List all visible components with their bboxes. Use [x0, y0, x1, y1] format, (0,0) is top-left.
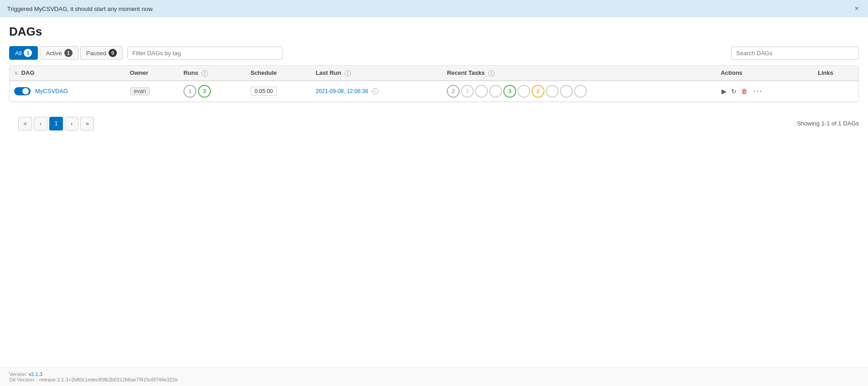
page-last-button[interactable]: »: [80, 117, 94, 130]
alert-message: Triggered MyCSVDAG, it should start any …: [7, 5, 154, 12]
task-badge-4[interactable]: 3: [503, 85, 516, 98]
page-next-button[interactable]: ›: [65, 117, 78, 130]
last-run-cell: 2021-09-08, 12:06:38 i: [311, 81, 443, 102]
alert-close-button[interactable]: ×: [853, 5, 861, 13]
task-badge-3[interactable]: [489, 85, 502, 98]
search-input[interactable]: [731, 47, 859, 60]
info-icon-run: i: [372, 88, 378, 94]
col-header-owner: Owner: [125, 66, 179, 81]
filter-tags-input[interactable]: [127, 47, 282, 60]
info-icon-runs: i: [202, 70, 208, 77]
actions-buttons: ▶ ↻ 🗑 ···: [721, 85, 809, 97]
trigger-button[interactable]: ▶: [721, 87, 727, 96]
task-badge-8[interactable]: [560, 85, 573, 98]
info-icon-last-run: i: [345, 70, 351, 77]
sort-icon-dag: ⇅: [14, 71, 19, 75]
dag-cell: MyCSVDAG: [10, 81, 125, 102]
pagination: « ‹ 1 › »: [9, 110, 103, 138]
task-badge-1[interactable]: 1: [461, 85, 474, 98]
tab-all[interactable]: All 1: [9, 46, 38, 60]
task-badge-7[interactable]: [546, 85, 559, 98]
tab-paused-badge: 0: [109, 49, 117, 57]
pagination-row: « ‹ 1 › » Showing 1-1 of 1 DAGs: [9, 102, 859, 145]
info-icon-recent-tasks: i: [488, 70, 495, 77]
recent-tasks-cell: 2 1 3 2: [442, 81, 716, 102]
run-badge-green[interactable]: 3: [198, 85, 211, 98]
showing-text: Showing 1-1 of 1 DAGs: [797, 120, 859, 127]
run-badge-gray[interactable]: 1: [183, 85, 196, 98]
schedule-badge: 0:05:00: [251, 87, 277, 96]
task-badge-2[interactable]: [475, 85, 488, 98]
dag-table-wrapper: ⇅ DAG Owner Runs i Schedule Last Run i R…: [9, 65, 859, 102]
task-badge-9[interactable]: [574, 85, 587, 98]
more-button[interactable]: ···: [751, 85, 764, 97]
last-run-content: 2021-09-08, 12:06:38 i: [316, 88, 438, 94]
schedule-cell: 0:05:00: [246, 81, 311, 102]
tab-all-badge: 1: [24, 49, 32, 57]
refresh-button[interactable]: ↻: [730, 87, 737, 96]
task-badge-0[interactable]: 2: [447, 85, 460, 98]
dag-table: ⇅ DAG Owner Runs i Schedule Last Run i R…: [10, 66, 858, 102]
task-badge-6[interactable]: 2: [532, 85, 544, 98]
col-header-links: Links: [813, 66, 858, 81]
toggle-track: [14, 87, 31, 95]
delete-button[interactable]: 🗑: [740, 87, 748, 96]
actions-cell: ▶ ↻ 🗑 ···: [716, 81, 813, 102]
col-header-last-run: Last Run i: [311, 66, 443, 81]
tab-paused[interactable]: Paused 0: [80, 46, 123, 60]
toolbar: All 1 Active 1 Paused 0: [9, 46, 859, 60]
page-first-button[interactable]: «: [18, 117, 32, 130]
filter-tabs: All 1 Active 1 Paused 0: [9, 46, 123, 60]
owner-cell: evan: [125, 81, 179, 102]
col-header-actions: Actions: [716, 66, 813, 81]
dag-name-link[interactable]: MyCSVDAG: [35, 88, 68, 94]
tab-paused-label: Paused: [86, 50, 106, 57]
col-header-schedule: Schedule: [246, 66, 311, 81]
task-badge-5[interactable]: [518, 85, 530, 98]
recent-tasks-badges: 2 1 3 2: [447, 85, 711, 98]
page-title: DAGs: [9, 25, 859, 39]
col-header-runs: Runs i: [179, 66, 246, 81]
runs-cell: 1 3: [179, 81, 246, 102]
col-header-dag: ⇅ DAG: [10, 66, 125, 81]
toggle-thumb: [22, 88, 29, 94]
tab-active-label: Active: [46, 50, 62, 57]
tab-active-badge: 1: [64, 49, 73, 57]
runs-badges: 1 3: [183, 85, 241, 98]
alert-banner: Triggered MyCSVDAG, it should start any …: [0, 0, 868, 17]
tab-all-label: All: [15, 50, 21, 57]
table-row: MyCSVDAG evan 1 3: [10, 81, 858, 102]
dag-toggle[interactable]: [14, 87, 31, 95]
tab-active[interactable]: Active 1: [40, 46, 78, 60]
col-header-recent-tasks: Recent Tasks i: [442, 66, 716, 81]
owner-tag: evan: [130, 87, 150, 95]
page-1-button[interactable]: 1: [49, 117, 63, 130]
links-cell: [813, 81, 858, 102]
page-prev-button[interactable]: ‹: [34, 117, 47, 130]
last-run-value: 2021-09-08, 12:06:38: [316, 88, 368, 94]
